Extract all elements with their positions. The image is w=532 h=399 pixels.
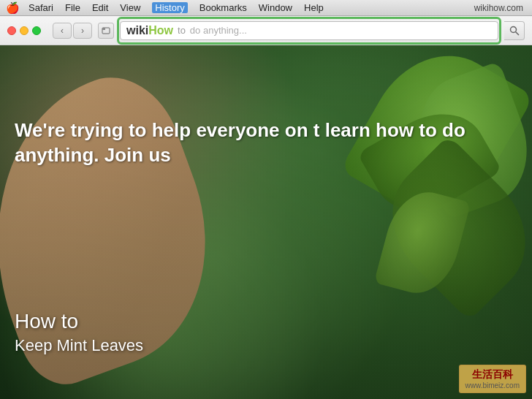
maximize-button[interactable] [32, 26, 41, 35]
keep-mint-label: Keep Mint Leaves [15, 336, 143, 355]
menu-edit[interactable]: Edit [92, 2, 108, 13]
title-bar: 🍎 Safari File Edit View History Bookmark… [0, 0, 532, 16]
wiki-text: wiki [126, 24, 148, 37]
menu-history[interactable]: History [152, 2, 187, 13]
hero-title: We're trying to help everyone on t learn… [15, 118, 525, 168]
wikihow-logo: wikiHow [126, 24, 173, 37]
close-button[interactable] [7, 26, 16, 35]
svg-line-3 [515, 31, 519, 35]
watermark: 生活百科 www.bimeiz.com [459, 365, 526, 393]
menu-safari[interactable]: Safari [28, 2, 53, 13]
title-bar-url: wikihow.com [474, 3, 523, 13]
forward-button[interactable]: › [73, 23, 92, 39]
address-bar-container: wikiHow to do anything... [120, 21, 498, 40]
window-controls [7, 26, 41, 35]
hero-text: We're trying to help everyone on t learn… [15, 118, 525, 168]
show-tabs-button[interactable] [98, 23, 114, 39]
search-icon [509, 26, 520, 36]
menu-window[interactable]: Window [259, 2, 292, 13]
browser-toolbar: ‹ › wikiHow to do anything... [0, 16, 532, 45]
bottom-text-area: How to Keep Mint Leaves [15, 310, 143, 355]
browser-content: We're trying to help everyone on t learn… [0, 45, 532, 399]
search-button[interactable] [504, 21, 525, 40]
watermark-chinese: 生活百科 [466, 368, 520, 381]
how-text: How [148, 24, 173, 37]
watermark-url: www.bimeiz.com [466, 381, 520, 390]
minimize-button[interactable] [20, 26, 28, 35]
address-separator: to [178, 25, 186, 36]
address-placeholder-text: do anything... [190, 25, 492, 36]
svg-rect-1 [102, 28, 105, 30]
how-to-label: How to [15, 310, 143, 333]
menu-help[interactable]: Help [304, 2, 324, 13]
tabs-icon [102, 27, 110, 34]
apple-menu-icon[interactable]: 🍎 [6, 1, 20, 15]
address-bar[interactable]: wikiHow to do anything... [120, 21, 498, 40]
back-button[interactable]: ‹ [53, 23, 72, 39]
menu-file[interactable]: File [65, 2, 80, 13]
nav-buttons: ‹ › [53, 23, 92, 39]
menu-bar: Safari File Edit View History Bookmarks … [28, 2, 324, 13]
menu-bookmarks[interactable]: Bookmarks [200, 2, 247, 13]
menu-view[interactable]: View [120, 2, 140, 13]
svg-point-2 [510, 26, 516, 32]
